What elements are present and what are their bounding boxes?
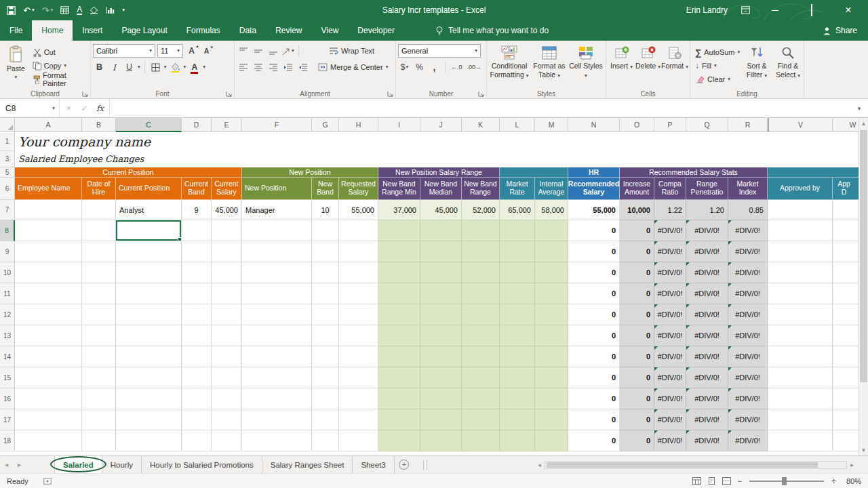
row-header-14[interactable]: 14 [0, 346, 15, 367]
cell-O13[interactable]: 0 [620, 325, 654, 346]
cell-D8[interactable] [182, 220, 212, 241]
row-header-18[interactable]: 18 [0, 430, 15, 451]
cell-A16[interactable] [15, 388, 82, 409]
cell-A3[interactable]: Salaried Employee Changes [15, 151, 462, 167]
cell-F15[interactable] [242, 367, 312, 388]
cell-W11[interactable] [833, 283, 859, 304]
sheet-nav-left-icon[interactable]: ◂ [0, 456, 13, 473]
cell-W14[interactable] [833, 346, 859, 367]
expand-formula-bar-icon[interactable]: ▾ [850, 99, 868, 117]
column-header-L[interactable]: L [500, 118, 535, 132]
cell-H9[interactable] [339, 241, 378, 262]
cell-G14[interactable] [312, 346, 339, 367]
cell-N3[interactable] [568, 151, 620, 167]
cell-G6[interactable]: New Band [312, 178, 339, 200]
font-name-combo[interactable]: Calibri▾ [93, 44, 155, 58]
cell-N16[interactable]: 0 [568, 388, 620, 409]
cell-A8[interactable] [15, 220, 82, 241]
cell-D9[interactable] [182, 241, 212, 262]
cell-P18[interactable]: #DIV/0! [654, 430, 686, 451]
cell-W6[interactable]: App D [833, 178, 859, 200]
cell-C16[interactable] [116, 388, 182, 409]
cell-K13[interactable] [462, 325, 500, 346]
underline-icon[interactable]: U [123, 60, 136, 74]
cell-D6[interactable]: Current Band [182, 178, 212, 200]
cell-C12[interactable] [116, 304, 182, 325]
fill-color-icon[interactable] [169, 60, 182, 74]
column-header-Q[interactable]: Q [686, 118, 728, 132]
clear-button[interactable]: Clear ▾ [692, 73, 741, 86]
cell-N12[interactable]: 0 [568, 304, 620, 325]
cell-H18[interactable] [339, 430, 378, 451]
ribbon-tab-home[interactable]: Home [32, 20, 73, 41]
cell-I18[interactable] [378, 430, 420, 451]
cell-V6[interactable]: Approved by [768, 178, 833, 200]
cell-G7[interactable]: 10 [312, 200, 339, 220]
cell-R6[interactable]: Market Index [728, 178, 768, 200]
cell-W18[interactable] [833, 430, 859, 451]
cell-R9[interactable]: #DIV/0! [728, 241, 768, 262]
customize-qat-icon[interactable]: ▾ [122, 7, 125, 13]
cell-H14[interactable] [339, 346, 378, 367]
cell-J9[interactable] [420, 241, 462, 262]
cell-I14[interactable] [378, 346, 420, 367]
cell-P3[interactable] [654, 151, 686, 167]
fill-button[interactable]: ↓ Fill ▾ [692, 59, 741, 73]
font-size-combo[interactable]: 11▾ [157, 44, 183, 58]
cell-K7[interactable]: 52,000 [462, 200, 500, 220]
cell-A9[interactable] [15, 241, 82, 262]
cell-N8[interactable]: 0 [568, 220, 620, 241]
cell-Q15[interactable]: #DIV/0! [686, 367, 728, 388]
increase-decimal-icon[interactable]: ←.0 [450, 64, 464, 70]
cell-R12[interactable]: #DIV/0! [728, 304, 768, 325]
align-middle-icon[interactable] [252, 44, 264, 58]
row-header-17[interactable]: 17 [0, 409, 15, 430]
cell-G12[interactable] [312, 304, 339, 325]
cell-K6[interactable]: New Band Range [462, 178, 500, 200]
sheet-nav-right-icon[interactable]: ▸ [13, 456, 26, 473]
cell-P14[interactable]: #DIV/0! [654, 346, 686, 367]
column-header-A[interactable]: A [15, 118, 82, 132]
row-header-15[interactable]: 15 [0, 367, 15, 388]
cell-Q16[interactable]: #DIV/0! [686, 388, 728, 409]
dropdown-icon[interactable]: ▾ [184, 64, 186, 70]
cell-L11[interactable] [500, 283, 535, 304]
cell-W9[interactable] [833, 241, 859, 262]
cell-L3[interactable] [500, 151, 535, 167]
sheet-tab-sheet3[interactable]: Sheet3 [353, 456, 394, 473]
sheet-tab-salary-ranges-sheet[interactable]: Salary Ranges Sheet [262, 456, 353, 473]
insert-function-button[interactable]: fx [92, 104, 108, 113]
column-header-O[interactable]: O [620, 118, 654, 132]
cell-R7[interactable]: 0.85 [728, 200, 768, 220]
cell-G16[interactable] [312, 388, 339, 409]
cell-Q7[interactable]: 1.20 [686, 200, 728, 220]
align-left-icon[interactable] [237, 60, 250, 74]
signed-in-user[interactable]: Erin Landry [686, 5, 728, 15]
horizontal-scrollbar[interactable]: ◂ ▸ [534, 456, 857, 473]
cell-H7[interactable]: 55,000 [339, 200, 378, 220]
cell-E15[interactable] [212, 367, 242, 388]
cell-F14[interactable] [242, 346, 312, 367]
cell-W8[interactable] [833, 220, 859, 241]
cell-F13[interactable] [242, 325, 312, 346]
cell-R13[interactable]: #DIV/0! [728, 325, 768, 346]
cell-W7[interactable] [833, 200, 859, 220]
cell-Q10[interactable]: #DIV/0! [686, 262, 728, 283]
cell-M16[interactable] [535, 388, 568, 409]
new-sheet-button[interactable]: + [395, 456, 414, 473]
cell-A10[interactable] [15, 262, 82, 283]
scroll-left-icon[interactable]: ◂ [534, 462, 545, 468]
cell-N7[interactable]: 55,000 [568, 200, 620, 220]
cell-V18[interactable] [768, 430, 833, 451]
name-box[interactable]: C8 ▾ [0, 99, 60, 117]
decrease-indent-icon[interactable] [281, 60, 294, 74]
cell-N1[interactable] [568, 132, 620, 151]
cell-F18[interactable] [242, 430, 312, 451]
cell-I11[interactable] [378, 283, 420, 304]
italic-icon[interactable]: I [108, 60, 121, 74]
cell-D11[interactable] [182, 283, 212, 304]
row-header-11[interactable]: 11 [0, 283, 15, 304]
cell-C17[interactable] [116, 409, 182, 430]
ribbon-tab-file[interactable]: File [0, 20, 32, 41]
cell-P9[interactable]: #DIV/0! [654, 241, 686, 262]
